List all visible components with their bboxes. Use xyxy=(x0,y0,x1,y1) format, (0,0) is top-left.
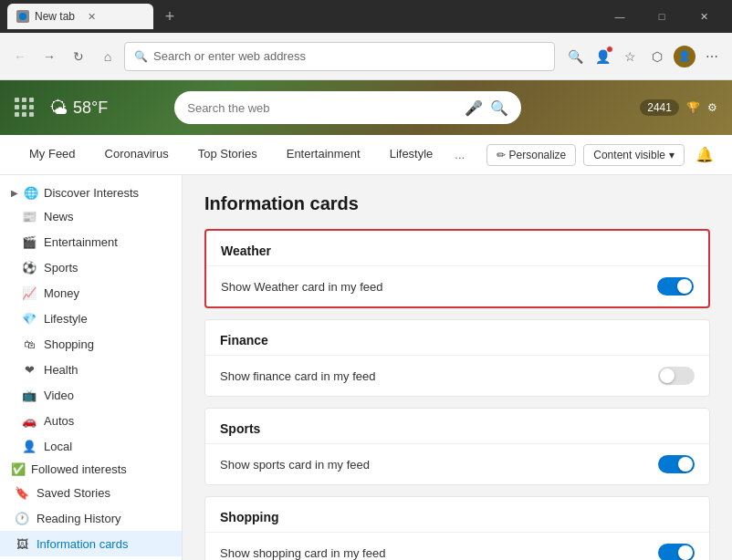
content-visible-label: Content visible xyxy=(593,149,665,161)
sidebar-section-discover[interactable]: ▶ 🌐 Discover Interests xyxy=(0,182,182,203)
weather-toggle[interactable] xyxy=(657,277,694,296)
forward-button[interactable]: → xyxy=(37,44,62,69)
weather-card: Weather Show Weather card in my feed xyxy=(204,229,710,308)
sports-toggle-thumb xyxy=(678,457,693,472)
feed-tab-entertainment[interactable]: Entertainment xyxy=(272,135,375,175)
dot xyxy=(29,98,34,102)
local-icon: 👤 xyxy=(22,439,37,453)
sidebar-label-local: Local xyxy=(44,440,72,453)
finance-toggle[interactable] xyxy=(658,367,695,385)
sidebar-item-saved-stories[interactable]: 🔖 Saved Stories xyxy=(0,480,182,505)
weather-temperature: 58°F xyxy=(73,99,108,118)
followed-label: Followed interests xyxy=(31,462,127,476)
reading-history-icon: 🕐 xyxy=(15,511,29,525)
sidebar-item-health[interactable]: ❤ Health xyxy=(7,357,182,382)
feed-nav: My Feed Coronavirus Top Stories Entertai… xyxy=(0,135,732,175)
discover-label: Discover Interests xyxy=(44,186,139,200)
sidebar-label-entertainment: Entertainment xyxy=(44,235,118,249)
microphone-icon[interactable]: 🎤 xyxy=(465,99,483,117)
hero-search-input[interactable] xyxy=(187,101,457,115)
collections-button[interactable]: ⬡ xyxy=(644,44,670,69)
weather-row-label: Show Weather card in my feed xyxy=(221,280,383,294)
sidebar-item-video[interactable]: 📺 Video xyxy=(7,382,182,408)
search-submit-icon[interactable]: 🔍 xyxy=(490,99,508,117)
tab-favicon xyxy=(16,10,29,23)
money-icon: 📈 xyxy=(22,285,37,300)
dot xyxy=(29,105,34,109)
health-icon: ❤ xyxy=(22,362,37,377)
sidebar-item-reading-history[interactable]: 🕐 Reading History xyxy=(0,505,182,531)
sidebar-item-local[interactable]: 👤 Local xyxy=(7,433,182,459)
sidebar-section-followed[interactable]: ✅ Followed interests xyxy=(0,459,182,480)
rewards-icon[interactable]: 🏆 xyxy=(686,101,700,114)
home-button[interactable]: ⌂ xyxy=(95,44,120,69)
shopping-card-row: Show shopping card in my feed xyxy=(205,533,709,560)
shopping-card: Shopping Show shopping card in my feed xyxy=(204,496,710,560)
sports-toggle[interactable] xyxy=(658,455,695,473)
content-visible-button[interactable]: Content visible ▾ xyxy=(583,144,685,166)
dot xyxy=(15,98,19,102)
search-nav-button[interactable]: 🔍 xyxy=(562,44,588,69)
sports-card: Sports Show sports card in my feed xyxy=(204,408,710,485)
feed-tab-lifestyle[interactable]: Lifestyle xyxy=(375,135,448,175)
dots-grid xyxy=(15,98,35,118)
sidebar-item-autos[interactable]: 🚗 Autos xyxy=(7,408,182,433)
new-tab-button[interactable]: + xyxy=(157,4,183,29)
sidebar-item-shopping[interactable]: 🛍 Shopping xyxy=(7,331,182,357)
search-icon: 🔍 xyxy=(134,50,148,63)
minimize-button[interactable]: — xyxy=(599,4,641,29)
saved-stories-icon: 🔖 xyxy=(15,485,29,500)
back-button[interactable]: ← xyxy=(7,44,33,69)
dot xyxy=(15,105,19,109)
sidebar-label-information-cards: Information cards xyxy=(37,537,128,551)
close-button[interactable]: ✕ xyxy=(683,4,725,29)
sidebar-item-sports[interactable]: ⚽ Sports xyxy=(7,254,182,280)
sidebar-item-news[interactable]: 📰 News xyxy=(7,203,182,229)
sidebar-label-news: News xyxy=(44,210,74,223)
refresh-button[interactable]: ↻ xyxy=(66,44,91,69)
profile-button[interactable]: 👤 xyxy=(672,44,697,69)
feed-tab-top-stories[interactable]: Top Stories xyxy=(183,135,272,175)
shopping-card-header: Shopping xyxy=(205,497,709,533)
browser-tab[interactable]: New tab ✕ xyxy=(7,4,153,29)
settings-button[interactable]: ⋯ xyxy=(699,44,725,69)
new-tab-page: 🌤 58°F 🎤 🔍 2441 🏆 ⚙ My Feed Coronavirus … xyxy=(0,80,732,560)
rewards-points: 2441 xyxy=(640,99,679,116)
finance-card-header: Finance xyxy=(205,320,709,356)
weather-card-row: Show Weather card in my feed xyxy=(206,266,708,306)
address-text: Search or enter web address xyxy=(153,49,545,63)
personalize-button[interactable]: ✏ Personalize xyxy=(486,144,576,166)
dot xyxy=(29,112,34,117)
discover-icon: 🌐 xyxy=(24,186,38,200)
content-panel: Information cards Weather Show Weather c… xyxy=(183,175,732,560)
sidebar-item-money[interactable]: 📈 Money xyxy=(7,280,182,306)
favorites-button[interactable]: ☆ xyxy=(617,44,643,69)
feed-tab-coronavirus[interactable]: Coronavirus xyxy=(90,135,183,175)
shopping-row-label: Show shopping card in my feed xyxy=(220,546,385,560)
address-bar[interactable]: 🔍 Search or enter web address xyxy=(124,42,555,71)
notification-button[interactable]: 👤 xyxy=(590,44,615,69)
entertainment-icon: 🎬 xyxy=(22,234,37,249)
maximize-button[interactable]: □ xyxy=(641,4,683,29)
page-title: Information cards xyxy=(204,193,710,214)
feed-tab-my-feed[interactable]: My Feed xyxy=(15,135,90,175)
hero-banner: 🌤 58°F 🎤 🔍 2441 🏆 ⚙ xyxy=(0,80,732,135)
sidebar-item-hidden-publishers[interactable]: 🚫 Hidden Publishers xyxy=(0,556,182,560)
feed-actions: ✏ Personalize Content visible ▾ 🔔 xyxy=(486,142,717,168)
dot xyxy=(22,105,26,109)
weather-card-header: Weather xyxy=(206,231,708,266)
settings-icon[interactable]: ⚙ xyxy=(707,101,717,114)
notifications-bell-button[interactable]: 🔔 xyxy=(692,142,717,168)
feed-tabs-more[interactable]: ... xyxy=(447,135,472,175)
hero-search-bar[interactable]: 🎤 🔍 xyxy=(174,91,521,124)
weather-widget: 🌤 58°F xyxy=(49,98,108,119)
shopping-toggle[interactable] xyxy=(658,544,695,560)
followed-icon: ✅ xyxy=(11,462,26,476)
sidebar-item-information-cards[interactable]: 🖼 Information cards xyxy=(0,531,182,556)
sidebar-label-money: Money xyxy=(44,286,79,300)
news-icon: 📰 xyxy=(22,209,37,223)
sidebar-item-lifestyle[interactable]: 💎 Lifestyle xyxy=(7,306,182,331)
dot xyxy=(22,98,26,102)
tab-close-button[interactable]: ✕ xyxy=(84,9,99,24)
sidebar-item-entertainment[interactable]: 🎬 Entertainment xyxy=(7,229,182,254)
